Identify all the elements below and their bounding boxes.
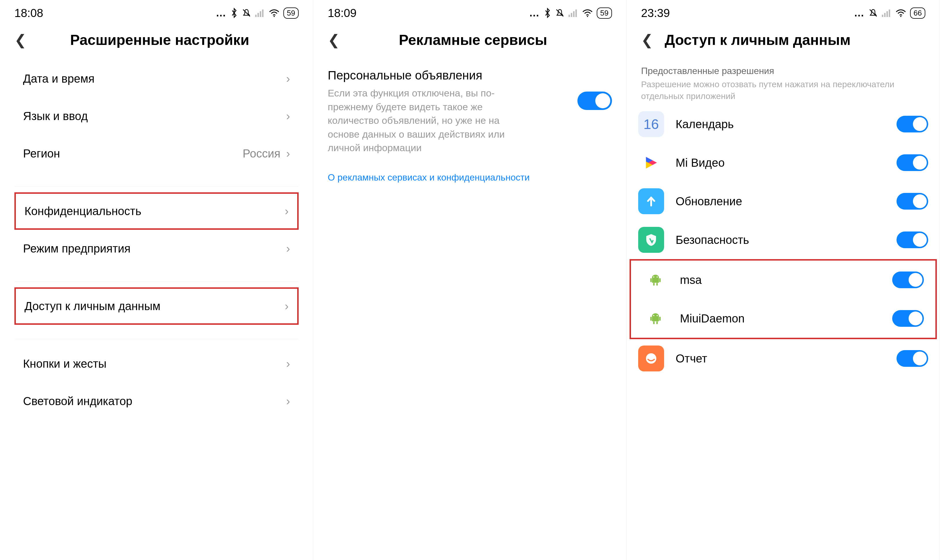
- section-title: Предоставленные разрешения: [641, 66, 925, 76]
- svg-rect-23: [653, 283, 655, 286]
- mute-icon: [869, 8, 878, 18]
- status-time: 18:09: [328, 7, 357, 20]
- update-icon: [638, 188, 664, 214]
- setting-description: Если эта функция отключена, вы по-прежне…: [328, 86, 512, 155]
- wifi-icon: [895, 9, 906, 17]
- svg-rect-10: [882, 15, 883, 17]
- status-time: 18:08: [14, 7, 43, 20]
- item-buttons-gestures[interactable]: Кнопки и жесты ›: [14, 345, 298, 382]
- app-toggle[interactable]: [892, 310, 924, 327]
- chevron-right-icon: ›: [286, 72, 290, 85]
- chevron-right-icon: ›: [286, 110, 290, 123]
- calendar-date: 16: [643, 116, 658, 132]
- item-date-time[interactable]: Дата и время ›: [14, 60, 298, 97]
- status-bar: 18:09 … 59: [313, 0, 626, 23]
- more-icon: …: [529, 7, 540, 19]
- setting-title: Персональные объявления: [328, 69, 569, 82]
- svg-point-19: [653, 276, 654, 278]
- status-bar: 23:39 … 66: [627, 0, 940, 23]
- app-toggle[interactable]: [897, 154, 928, 171]
- svg-point-20: [657, 276, 658, 278]
- item-label: Режим предприятия: [23, 242, 131, 255]
- screen-advanced-settings: 18:08 … 59 ❮ Расширенные настройки Дата …: [0, 0, 313, 560]
- app-toggle[interactable]: [897, 350, 928, 367]
- settings-list: Дата и время › Язык и ввод › Регион Росс…: [0, 60, 313, 420]
- section-subtitle: Разрешение можно отозвать путем нажатия …: [641, 78, 925, 102]
- item-personal-data-access[interactable]: Доступ к личным данным ›: [14, 287, 298, 325]
- svg-rect-8: [575, 9, 577, 17]
- status-icons: … 59: [216, 7, 298, 19]
- calendar-icon: 16: [638, 111, 664, 137]
- svg-rect-6: [571, 13, 572, 17]
- status-time: 23:39: [641, 7, 670, 20]
- back-button[interactable]: ❮: [14, 32, 26, 48]
- highlighted-apps: msa MiuiDaemon: [629, 259, 937, 339]
- item-label: Дата и время: [23, 72, 94, 85]
- svg-point-14: [900, 16, 902, 17]
- app-name: Календарь: [675, 118, 885, 131]
- app-row-msa[interactable]: msa: [631, 260, 935, 299]
- svg-rect-1: [257, 13, 259, 17]
- svg-rect-21: [650, 278, 652, 282]
- app-toggle[interactable]: [897, 231, 928, 248]
- setting-text: Персональные объявления Если эта функция…: [328, 69, 569, 155]
- app-toggle[interactable]: [897, 193, 928, 209]
- app-row-report[interactable]: Отчет: [627, 339, 940, 378]
- app-row-security[interactable]: Безопасность: [627, 220, 940, 259]
- back-button[interactable]: ❮: [641, 32, 653, 48]
- report-icon: [638, 346, 664, 371]
- svg-point-32: [646, 353, 656, 364]
- svg-rect-11: [884, 13, 886, 17]
- mute-icon: [555, 8, 565, 18]
- svg-rect-28: [650, 317, 652, 321]
- item-language-input[interactable]: Язык и ввод ›: [14, 97, 298, 135]
- chevron-right-icon: ›: [285, 205, 289, 218]
- svg-rect-5: [569, 15, 570, 17]
- privacy-link[interactable]: О рекламных сервисах и конфиденциальност…: [313, 163, 626, 191]
- more-icon: …: [854, 7, 865, 19]
- divider: [14, 178, 298, 186]
- svg-point-4: [274, 16, 275, 17]
- personalized-ads-toggle[interactable]: [577, 92, 612, 110]
- app-row-miuidaemon[interactable]: MiuiDaemon: [631, 299, 935, 338]
- status-icons: … 59: [529, 7, 612, 19]
- item-label: Световой индикатор: [23, 395, 132, 408]
- app-row-update[interactable]: Обновление: [627, 182, 940, 220]
- signal-icon: [255, 9, 265, 17]
- item-enterprise-mode[interactable]: Режим предприятия ›: [14, 230, 298, 267]
- svg-rect-7: [573, 11, 575, 17]
- chevron-right-icon: ›: [286, 147, 290, 160]
- wifi-icon: [269, 9, 279, 17]
- app-name: Отчет: [675, 352, 885, 365]
- back-button[interactable]: ❮: [328, 32, 340, 48]
- app-toggle[interactable]: [892, 271, 924, 288]
- battery-level: 59: [597, 8, 612, 19]
- item-region[interactable]: Регион Россия ›: [14, 135, 298, 172]
- screen-ad-services: 18:09 … 59 ❮ Рекламные сервисы Персональ…: [313, 0, 627, 560]
- divider: [14, 331, 298, 339]
- page-title: Рекламные сервисы: [351, 32, 595, 48]
- section-header: Предоставленные разрешения Разрешение мо…: [627, 60, 940, 105]
- chevron-right-icon: ›: [286, 395, 290, 408]
- app-row-mivideo[interactable]: Mi Видео: [627, 143, 940, 182]
- header: ❮ Доступ к личным данным: [627, 23, 940, 60]
- app-name: Mi Видео: [675, 156, 885, 169]
- signal-icon: [569, 9, 578, 17]
- app-toggle[interactable]: [897, 116, 928, 132]
- mute-icon: [242, 8, 251, 18]
- item-privacy[interactable]: Конфиденциальность ›: [14, 192, 298, 230]
- mivideo-icon: [638, 150, 664, 175]
- chevron-right-icon: ›: [286, 242, 290, 255]
- app-row-calendar[interactable]: 16 Календарь: [627, 105, 940, 143]
- item-label: Регион: [23, 147, 60, 160]
- item-label: Доступ к личным данным: [25, 300, 160, 313]
- header: ❮ Рекламные сервисы: [313, 23, 626, 60]
- chevron-right-icon: ›: [285, 300, 289, 313]
- item-led-indicator[interactable]: Световой индикатор ›: [14, 382, 298, 420]
- bluetooth-icon: [544, 8, 551, 18]
- svg-rect-22: [659, 278, 661, 282]
- svg-rect-2: [260, 11, 261, 17]
- battery-level: 66: [910, 8, 925, 19]
- svg-rect-12: [886, 11, 888, 17]
- item-label: Кнопки и жесты: [23, 357, 106, 370]
